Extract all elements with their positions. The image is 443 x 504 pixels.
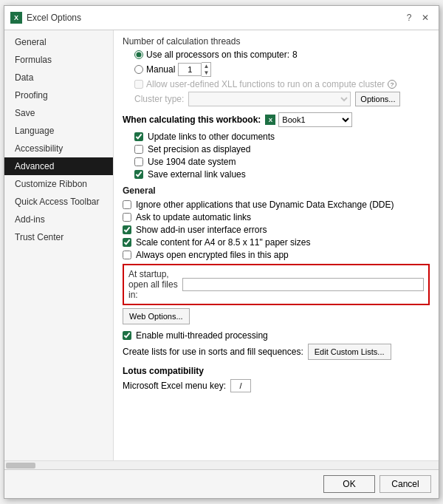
sidebar-item-customize-ribbon[interactable]: Customize Ribbon (4, 175, 113, 193)
title-bar-left: X Excel Options (10, 12, 81, 24)
startup-label: At startup,open all filesin: (128, 269, 178, 300)
sidebar-item-addins[interactable]: Add-ins (4, 211, 113, 228)
save-external-label: Save external link values (148, 169, 246, 180)
cluster-options-button[interactable]: Options... (355, 92, 400, 106)
cluster-type-label: Cluster type: (134, 94, 184, 104)
always-open-row: Always open encrypted files in this app (123, 250, 430, 260)
edit-custom-lists-button[interactable]: Edit Custom Lists... (308, 344, 391, 360)
cluster-type-row: Cluster type: Options... (134, 92, 430, 106)
set-precision-row: Set precision as displayed (134, 144, 430, 154)
workbook-select[interactable]: Book1 (278, 112, 352, 127)
footer: OK Cancel (4, 469, 439, 498)
use-1904-checkbox[interactable] (134, 157, 143, 166)
allow-xll-row: Allow user-defined XLL functions to run … (134, 79, 430, 89)
cancel-button[interactable]: Cancel (380, 475, 431, 493)
lotus-heading: Lotus compatibility (123, 366, 430, 376)
sidebar-item-trust-center[interactable]: Trust Center (4, 228, 113, 246)
manual-radio[interactable] (134, 65, 143, 74)
startup-path-input[interactable] (182, 278, 424, 291)
proc-count-value: 8 (292, 50, 298, 60)
dialog-title: Excel Options (27, 13, 81, 23)
web-options-row: Web Options... (123, 308, 430, 327)
spinner-arrows: ▲ ▼ (202, 62, 211, 77)
calc-threads-section: Number of calculation threads Use all pr… (123, 36, 430, 106)
ask-update-row: Ask to update automatic links (123, 212, 430, 222)
enable-multithreaded-label: Enable multi-threaded processing (136, 330, 268, 341)
scale-a4-label: Scale content for A4 or 8.5 x 11" paper … (136, 237, 310, 248)
sidebar-item-formulas[interactable]: Formulas (4, 51, 113, 69)
ignore-dde-row: Ignore other applications that use Dynam… (123, 200, 430, 210)
startup-inner: At startup,open all filesin: (128, 269, 424, 300)
horizontal-scrollbar (4, 460, 439, 469)
menu-key-label: Microsoft Excel menu key: (123, 381, 226, 391)
workbook-select-wrap: X Book1 (265, 112, 352, 127)
create-lists-row: Create lists for use in sorts and fill s… (123, 344, 430, 360)
menu-key-row: Microsoft Excel menu key: (123, 379, 430, 392)
sidebar-item-quick-access[interactable]: Quick Access Toolbar (4, 193, 113, 211)
sidebar-item-advanced[interactable]: Advanced (4, 157, 113, 175)
startup-box: At startup,open all filesin: (123, 264, 430, 305)
always-open-label: Always open encrypted files in this app (136, 250, 289, 260)
menu-key-input[interactable] (230, 379, 251, 392)
web-options-button[interactable]: Web Options... (123, 308, 190, 324)
general-section-heading: General (123, 185, 430, 196)
always-open-checkbox[interactable] (123, 251, 131, 259)
update-links-row: Update links to other documents (134, 132, 430, 142)
excel-options-dialog: X Excel Options ? ✕ General Formulas Dat… (4, 5, 439, 499)
manual-label: Manual (146, 64, 175, 75)
hscroll-thumb[interactable] (6, 463, 35, 469)
update-links-checkbox[interactable] (134, 132, 143, 141)
show-addin-row: Show add-in user interface errors (123, 225, 430, 235)
create-lists-label: Create lists for use in sorts and fill s… (123, 347, 303, 357)
enable-multithreaded-row: Enable multi-threaded processing (123, 330, 430, 341)
allow-xll-label: Allow user-defined XLL functions to run … (146, 79, 385, 89)
save-external-checkbox[interactable] (134, 170, 143, 179)
allow-xll-checkbox[interactable] (134, 80, 143, 89)
use-all-proc-row: Use all processors on this computer: 8 (134, 50, 430, 60)
set-precision-checkbox[interactable] (134, 145, 143, 154)
excel-x-icon: X (265, 115, 275, 125)
sidebar: General Formulas Data Proofing Save Lang… (4, 30, 114, 460)
use-all-proc-radio[interactable] (134, 50, 143, 59)
sidebar-item-save[interactable]: Save (4, 104, 113, 122)
help-button[interactable]: ? (402, 10, 416, 25)
update-links-label: Update links to other documents (148, 132, 275, 142)
sidebar-item-general[interactable]: General (4, 33, 113, 51)
use-all-proc-label: Use all processors on this computer: (146, 50, 289, 60)
dialog-content: General Formulas Data Proofing Save Lang… (4, 30, 439, 460)
manual-row: Manual ▲ ▼ (134, 62, 430, 77)
cluster-type-select[interactable] (188, 92, 351, 106)
spinner-up[interactable]: ▲ (202, 63, 210, 69)
when-calc-label: When calculating this workbook: (123, 115, 261, 125)
set-precision-label: Set precision as displayed (148, 144, 250, 154)
sidebar-item-language[interactable]: Language (4, 122, 113, 140)
spinner-down[interactable]: ▼ (202, 69, 210, 76)
when-calc-row: When calculating this workbook: X Book1 (123, 112, 430, 127)
manual-spinner: ▲ ▼ (178, 62, 211, 77)
ask-update-checkbox[interactable] (123, 213, 131, 222)
show-addin-label: Show add-in user interface errors (136, 225, 267, 235)
close-button[interactable]: ✕ (418, 10, 433, 25)
enable-multithreaded-checkbox[interactable] (123, 331, 131, 340)
ask-update-label: Ask to update automatic links (136, 212, 251, 222)
manual-value-input[interactable] (178, 63, 202, 76)
ignore-dde-label: Ignore other applications that use Dynam… (136, 200, 394, 210)
sidebar-item-data[interactable]: Data (4, 69, 113, 86)
sidebar-item-proofing[interactable]: Proofing (4, 86, 113, 104)
use-1904-label: Use 1904 date system (148, 157, 236, 167)
sidebar-item-accessibility[interactable]: Accessibility (4, 140, 113, 157)
ignore-dde-checkbox[interactable] (123, 200, 131, 209)
use-1904-row: Use 1904 date system (134, 157, 430, 167)
scale-a4-row: Scale content for A4 or 8.5 x 11" paper … (123, 237, 430, 248)
calc-threads-label: Number of calculation threads (123, 36, 430, 47)
title-bar: X Excel Options ? ✕ (4, 6, 439, 30)
show-addin-checkbox[interactable] (123, 225, 131, 234)
main-content: Number of calculation threads Use all pr… (114, 30, 439, 460)
scale-a4-checkbox[interactable] (123, 238, 131, 247)
title-bar-buttons: ? ✕ (402, 10, 433, 25)
excel-logo-icon: X (10, 12, 22, 24)
save-external-row: Save external link values (134, 169, 430, 180)
ok-button[interactable]: OK (323, 475, 375, 493)
info-icon: ? (388, 80, 396, 89)
